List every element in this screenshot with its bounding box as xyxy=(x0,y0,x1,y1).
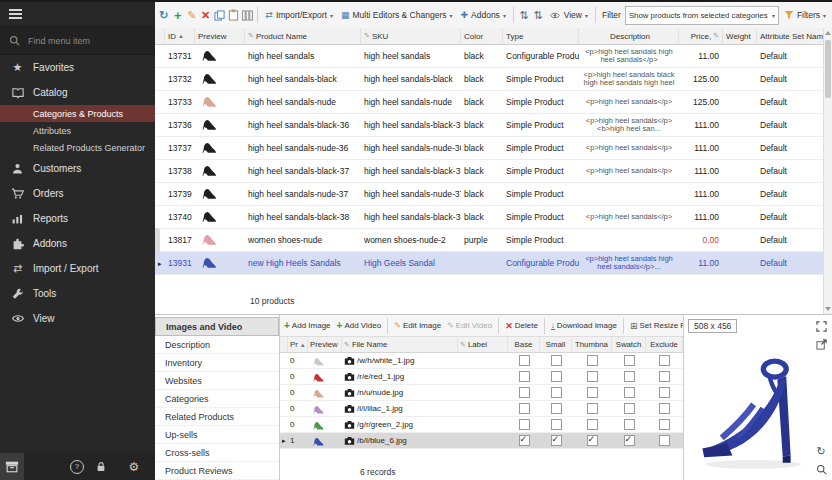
small-checkbox[interactable] xyxy=(551,403,562,414)
cell-base[interactable] xyxy=(508,403,540,414)
column-header-type[interactable]: Type xyxy=(503,28,579,44)
table-row[interactable]: 13931 new High Heels Sandals High Geels … xyxy=(155,252,824,275)
cell-exclude[interactable] xyxy=(646,387,683,398)
cell-base[interactable] xyxy=(508,371,540,382)
rotate-image-button[interactable]: ↻ xyxy=(814,444,828,458)
menu-icon[interactable] xyxy=(9,9,22,19)
exclude-checkbox[interactable] xyxy=(659,403,670,414)
cell-thumbnail[interactable] xyxy=(572,419,612,430)
edit-video-button[interactable]: ✎Edit Video xyxy=(445,320,494,331)
sidebar-item-import-export[interactable]: ⇄ Import / Export xyxy=(0,256,155,281)
table-row[interactable]: 13736 high heel sandals-black-36 high he… xyxy=(155,114,824,137)
column-header-swatch[interactable]: Swatch xyxy=(612,337,646,352)
small-checkbox[interactable] xyxy=(551,435,562,446)
table-row[interactable]: 13733 high heel sandals-nude high heel s… xyxy=(155,91,824,114)
cell-exclude[interactable] xyxy=(646,419,683,430)
table-row[interactable]: 13732 high heel sandals-black high heel … xyxy=(155,68,824,91)
column-header-label[interactable]: ✎Label xyxy=(458,337,508,352)
column-header-thumbnail[interactable]: Thumbna xyxy=(572,337,612,352)
zoom-image-button[interactable] xyxy=(814,462,828,476)
sidebar-item-tools[interactable]: Tools xyxy=(0,281,155,306)
paste-button[interactable] xyxy=(228,6,240,24)
sidebar-item-addons[interactable]: Addons xyxy=(0,231,155,256)
cell-small[interactable] xyxy=(540,355,572,366)
base-checkbox[interactable] xyxy=(519,355,530,366)
panel-tab[interactable]: Images and Video xyxy=(155,317,279,336)
open-external-button[interactable] xyxy=(814,337,828,351)
panel-tab[interactable]: Cross-sells xyxy=(155,444,279,462)
cell-small[interactable] xyxy=(540,387,572,398)
filter-select[interactable]: Show products from selected categories ▾ xyxy=(625,6,779,25)
sidebar-item-view[interactable]: View xyxy=(0,306,155,331)
cell-base[interactable] xyxy=(508,435,540,446)
delete-product-button[interactable]: ✕ xyxy=(200,6,212,24)
swatch-checkbox[interactable] xyxy=(624,435,635,446)
column-header-weight[interactable]: Weight xyxy=(723,28,757,44)
addons-menu[interactable]: ✚ Addons ▾ xyxy=(457,8,508,22)
lock-button[interactable] xyxy=(89,453,113,480)
cell-base[interactable] xyxy=(508,355,540,366)
image-row[interactable]: 0 /r/e/red_1.jpg xyxy=(280,369,683,385)
column-header-preview[interactable]: Preview xyxy=(308,337,342,352)
table-row[interactable]: 13739 high heel sandals-nude-37 high hee… xyxy=(155,183,824,206)
column-header-color[interactable]: Color xyxy=(461,28,503,44)
add-image-button[interactable]: +Add Image xyxy=(282,319,333,332)
cell-thumbnail[interactable] xyxy=(572,387,612,398)
swatch-checkbox[interactable] xyxy=(624,387,635,398)
cell-small[interactable] xyxy=(540,419,572,430)
swatch-checkbox[interactable] xyxy=(624,371,635,382)
thumbnail-checkbox[interactable] xyxy=(587,419,598,430)
sidebar-item-customers[interactable]: Customers xyxy=(0,156,155,181)
column-header-id[interactable]: ID▲ xyxy=(165,28,195,44)
splitter-handle[interactable] xyxy=(155,228,160,254)
base-checkbox[interactable] xyxy=(519,371,530,382)
thumbnail-checkbox[interactable] xyxy=(587,403,598,414)
column-header-description[interactable]: Description xyxy=(579,28,679,44)
cell-thumbnail[interactable] xyxy=(572,355,612,366)
table-row[interactable]: 13740 high heel sandals-black-38 high he… xyxy=(155,206,824,229)
cell-thumbnail[interactable] xyxy=(572,435,612,446)
column-header-product-name[interactable]: ✎Product Name xyxy=(245,28,361,44)
swatch-checkbox[interactable] xyxy=(624,355,635,366)
cell-exclude[interactable] xyxy=(646,355,683,366)
cell-thumbnail[interactable] xyxy=(572,371,612,382)
cell-swatch[interactable] xyxy=(612,435,646,446)
panel-tab[interactable]: Websites xyxy=(155,372,279,390)
column-header-preview[interactable]: Preview xyxy=(195,28,245,44)
base-checkbox[interactable] xyxy=(519,387,530,398)
cell-small[interactable] xyxy=(540,403,572,414)
exclude-checkbox[interactable] xyxy=(659,371,670,382)
sidebar-item-favorites[interactable]: ★ Favorites xyxy=(0,55,155,80)
edit-image-button[interactable]: ✎Edit Image xyxy=(392,320,443,331)
panel-tab[interactable]: Product Reviews xyxy=(155,462,279,480)
column-header-sku[interactable]: ✎SKU xyxy=(361,28,461,44)
thumbnail-checkbox[interactable] xyxy=(587,435,598,446)
cell-exclude[interactable] xyxy=(646,371,683,382)
exclude-checkbox[interactable] xyxy=(659,419,670,430)
scroll-up-icon[interactable] xyxy=(825,31,831,35)
grid-scrollbar[interactable] xyxy=(823,28,832,314)
cell-base[interactable] xyxy=(508,387,540,398)
cell-small[interactable] xyxy=(540,435,572,446)
settings-button[interactable]: ⚙ xyxy=(122,453,146,480)
column-header-priority[interactable]: Pr▲ xyxy=(288,337,308,352)
thumbnail-checkbox[interactable] xyxy=(587,387,598,398)
column-header-attribute-set[interactable]: Attribute Set Name xyxy=(757,28,824,44)
cell-swatch[interactable] xyxy=(612,419,646,430)
sidebar-item-orders[interactable]: Orders xyxy=(0,181,155,206)
base-checkbox[interactable] xyxy=(519,403,530,414)
storage-button[interactable] xyxy=(0,453,24,480)
import-export-menu[interactable]: ⇄ Import/Export ▾ xyxy=(262,8,336,22)
download-image-button[interactable]: ↓Download Image xyxy=(549,320,619,331)
copy-button[interactable] xyxy=(214,6,226,24)
cell-exclude[interactable] xyxy=(646,403,683,414)
column-header-price[interactable]: Price,✎ xyxy=(679,28,723,44)
edit-product-button[interactable]: ✎ xyxy=(186,6,198,24)
expand-rows-button[interactable]: ⇅ xyxy=(518,6,530,24)
panel-tab[interactable]: Up-sells xyxy=(155,426,279,444)
add-product-button[interactable]: + xyxy=(172,6,184,24)
delete-image-button[interactable]: ✕Delete xyxy=(503,320,540,332)
image-row[interactable]: 0 /l/i/lilac_1.jpg xyxy=(280,401,683,417)
swatch-checkbox[interactable] xyxy=(624,403,635,414)
swatch-checkbox[interactable] xyxy=(624,419,635,430)
